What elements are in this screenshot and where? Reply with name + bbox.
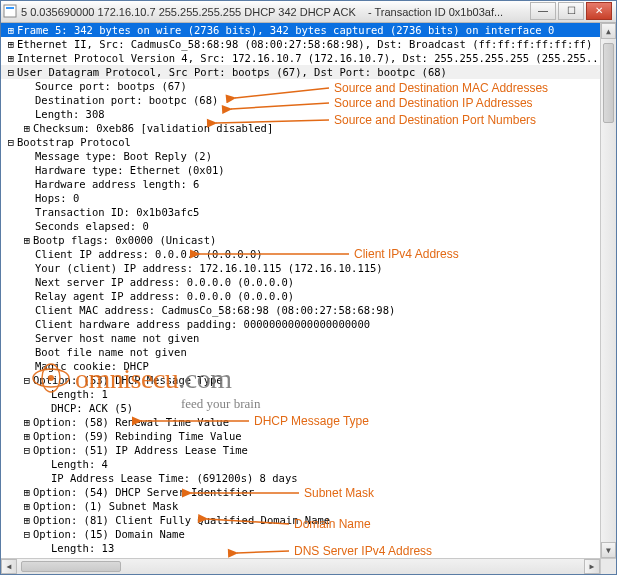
tree-row[interactable]: ⊞Option: (58) Renewal Time Value [1,415,616,429]
maximize-button[interactable]: ☐ [558,2,584,20]
tree-row[interactable]: Boot file name not given [1,345,616,359]
tree-row[interactable]: Hops: 0 [1,191,616,205]
tree-row[interactable]: Length: 308 [1,107,616,121]
tree-row[interactable]: ⊞Checksum: 0xeb86 [validation disabled] [1,121,616,135]
app-icon [3,4,17,20]
tree-row[interactable]: Your (client) IP address: 172.16.10.115 … [1,261,616,275]
tree-row[interactable]: Server host name not given [1,331,616,345]
tree-row[interactable]: Magic cookie: DHCP [1,359,616,373]
vertical-scrollbar[interactable]: ▲ ▼ [600,23,616,558]
window-title: 5 0.035690000 172.16.10.7 255.255.255.25… [21,6,528,18]
scroll-down-button[interactable]: ▼ [601,542,616,558]
tree-row[interactable]: Client IP address: 0.0.0.0 (0.0.0.0) [1,247,616,261]
tree-row-ethernet[interactable]: ⊞Ethernet II, Src: CadmusCo_58:68:98 (08… [1,37,616,51]
tree-row[interactable]: ⊞Option: (59) Rebinding Time Value [1,429,616,443]
tree-row[interactable]: Next server IP address: 0.0.0.0 (0.0.0.0… [1,275,616,289]
tree-row[interactable]: ⊞Option: (54) DHCP Server Identifier [1,485,616,499]
tree-row[interactable]: ⊞Bootp flags: 0x0000 (Unicast) [1,233,616,247]
tree-row-ip[interactable]: ⊞Internet Protocol Version 4, Src: 172.1… [1,51,616,65]
window-titlebar: 5 0.035690000 172.16.10.7 255.255.255.25… [1,1,616,23]
scroll-thumb-v[interactable] [603,43,614,123]
tree-row[interactable]: Length: 13 [1,541,616,555]
minimize-button[interactable]: — [530,2,556,20]
tree-row[interactable]: ⊞Option: (81) Client Fully Qualified Dom… [1,513,616,527]
tree-row[interactable]: Length: 1 [1,387,616,401]
tree-row[interactable]: ⊟Option: (53) DHCP Message Type [1,373,616,387]
scroll-thumb-h[interactable] [21,561,121,572]
close-button[interactable]: ✕ [586,2,612,20]
tree-row[interactable]: Relay agent IP address: 0.0.0.0 (0.0.0.0… [1,289,616,303]
tree-row-bootstrap[interactable]: ⊟Bootstrap Protocol [1,135,616,149]
svg-rect-0 [4,5,16,17]
tree-row[interactable]: ⊟Option: (15) Domain Name [1,527,616,541]
tree-row[interactable]: Message type: Boot Reply (2) [1,149,616,163]
tree-row[interactable]: ⊞Option: (1) Subnet Mask [1,499,616,513]
tree-row[interactable]: Hardware type: Ethernet (0x01) [1,163,616,177]
tree-row[interactable]: Transaction ID: 0x1b03afc5 [1,205,616,219]
tree-row[interactable]: Length: 4 [1,457,616,471]
tree-row[interactable]: Client MAC address: CadmusCo_58:68:98 (0… [1,303,616,317]
horizontal-scrollbar[interactable]: ◀ ▶ [1,558,600,574]
tree-row[interactable]: Client hardware address padding: 0000000… [1,317,616,331]
scrollbar-corner [600,558,616,574]
tree-row-frame[interactable]: ⊞Frame 5: 342 bytes on wire (2736 bits),… [1,23,616,37]
scroll-right-button[interactable]: ▶ [584,559,600,574]
svg-rect-1 [6,7,14,9]
packet-details-pane: ⊞Frame 5: 342 bytes on wire (2736 bits),… [1,23,616,574]
tree-row-udp[interactable]: ⊟User Datagram Protocol, Src Port: bootp… [1,65,616,79]
tree-row[interactable]: Seconds elapsed: 0 [1,219,616,233]
tree-row[interactable]: Hardware address length: 6 [1,177,616,191]
tree-row[interactable]: DHCP: ACK (5) [1,401,616,415]
tree-row[interactable]: Source port: bootps (67) [1,79,616,93]
tree-row[interactable]: ⊟Option: (51) IP Address Lease Time [1,443,616,457]
tree-row[interactable]: Destination port: bootpc (68) [1,93,616,107]
scroll-up-button[interactable]: ▲ [601,23,616,39]
tree-row[interactable]: IP Address Lease Time: (691200s) 8 days [1,471,616,485]
scroll-left-button[interactable]: ◀ [1,559,17,574]
